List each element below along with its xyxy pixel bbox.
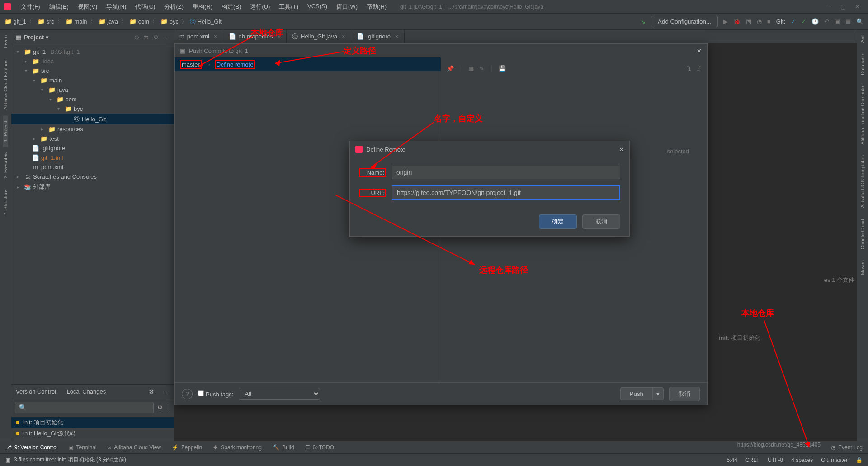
tree-item[interactable]: ▾📁byc — [11, 104, 174, 114]
bottom-tool-button[interactable]: ❖Spark monitoring — [213, 444, 262, 451]
vc-commit-item[interactable]: init: 项目初始化 — [11, 417, 174, 428]
avatar-icon[interactable]: ▣ — [835, 18, 840, 25]
name-input[interactable] — [392, 166, 620, 179]
rollback-icon[interactable]: ↶ — [824, 18, 829, 25]
gutter-tab[interactable]: Google Cloud — [860, 214, 865, 255]
menu-item[interactable]: 编辑(E) — [45, 1, 73, 13]
tree-item[interactable]: ▸🗂Scratches and Consoles — [11, 172, 174, 181]
bottom-tool-button[interactable]: ⚡Zeppelin — [172, 444, 202, 451]
push-tags-checkbox-label[interactable]: Push tags: — [198, 390, 233, 398]
breadcrumb-item[interactable]: 📁 byc — [160, 18, 179, 25]
tree-item[interactable]: ▾📁main — [11, 76, 174, 85]
tree-item[interactable]: ▾📁git_1D:\Git\git_1 — [11, 47, 174, 57]
breadcrumb-item[interactable]: 📁 git_1 — [5, 18, 26, 25]
menu-item[interactable]: 文件(F) — [16, 1, 45, 13]
ide-settings-icon[interactable]: ▤ — [845, 18, 851, 25]
bottom-tool-button[interactable]: 🔨Build — [273, 444, 294, 451]
maximize-icon[interactable]: ▢ — [840, 3, 846, 10]
breadcrumb-item[interactable]: 📁 com — [129, 18, 149, 25]
push-branch-row[interactable]: master → Define remote — [175, 57, 441, 71]
vc-tab-local-changes[interactable]: Local Changes — [67, 388, 106, 395]
menu-item[interactable]: 视图(V) — [73, 1, 102, 13]
menu-item[interactable]: 运行(U) — [245, 1, 274, 13]
tree-item[interactable]: ▸📁.idea — [11, 57, 174, 66]
gear-icon[interactable]: ⚙ — [153, 34, 159, 41]
push-tags-checkbox[interactable] — [198, 390, 204, 396]
breadcrumb-item[interactable]: Ⓒ Hello_Git — [190, 18, 222, 26]
tree-item[interactable]: 📄.gitignore — [11, 143, 174, 153]
gutter-tab[interactable]: 1: Project — [3, 115, 8, 147]
menu-item[interactable]: 导航(N) — [102, 1, 131, 13]
vc-gear-icon[interactable]: ⚙ — [149, 388, 154, 395]
gutter-tab[interactable]: Learn — [3, 30, 8, 53]
tree-item[interactable]: 📄git_1.iml — [11, 153, 174, 162]
status-item[interactable]: Git: master — [821, 457, 848, 463]
pin-icon[interactable]: 📌 — [447, 65, 454, 72]
push-close-icon[interactable]: ✕ — [697, 48, 702, 54]
vc-commit-item[interactable]: init: Hello_Git源代码 — [11, 428, 174, 439]
stop-icon[interactable]: ■ — [767, 18, 771, 25]
menu-item[interactable]: 分析(Z) — [160, 1, 188, 13]
gutter-tab[interactable]: Alibaba Cloud Explorer — [3, 53, 8, 115]
tree-item[interactable]: ▸📚外部库 — [11, 181, 174, 192]
bottom-tool-button[interactable]: ☰6: TODO — [305, 444, 335, 451]
menu-item[interactable]: 构建(B) — [217, 1, 245, 13]
tree-item[interactable]: ▾📁java — [11, 85, 174, 95]
close-icon[interactable]: ✕ — [855, 3, 860, 10]
push-cancel-button[interactable]: 取消 — [669, 387, 700, 401]
status-item[interactable]: 5:44 — [727, 457, 737, 463]
menu-item[interactable]: 窗口(W) — [332, 1, 362, 13]
bottom-tool-button[interactable]: ▣Terminal — [68, 444, 96, 451]
debug-icon[interactable]: 🐞 — [733, 18, 741, 25]
push-tags-select[interactable]: All — [239, 388, 320, 400]
menu-item[interactable]: 代码(C) — [131, 1, 160, 13]
vc-hide-icon[interactable]: — — [163, 388, 169, 395]
push-dropdown-button[interactable]: ▾ — [652, 387, 664, 400]
status-icon[interactable]: ▣ — [5, 457, 10, 463]
project-arrow-icon[interactable]: ▦ — [16, 34, 21, 41]
breadcrumb-item[interactable]: 📁 main — [66, 18, 87, 25]
breadcrumb-item[interactable]: 📁 java — [99, 18, 118, 25]
editor-tab[interactable]: ⒸHello_Git.java× — [287, 30, 351, 43]
collapse-all-icon[interactable]: ⇵ — [697, 65, 702, 72]
minimize-icon[interactable]: — — [826, 3, 831, 10]
menu-item[interactable]: 工具(T) — [274, 1, 303, 13]
git-update-icon[interactable]: ✓ — [791, 18, 796, 25]
tree-item[interactable]: ▾📁com — [11, 95, 174, 104]
history-icon[interactable]: 🕐 — [811, 18, 819, 25]
gutter-tab[interactable]: Alibaba Function Compute — [860, 81, 865, 150]
edit-icon[interactable]: ✎ — [479, 65, 484, 72]
gutter-tab[interactable]: Database — [860, 48, 865, 81]
hide-icon[interactable]: — — [163, 34, 169, 41]
tree-item[interactable]: mpom.xml — [11, 162, 174, 172]
menu-item[interactable]: 重构(R) — [188, 1, 217, 13]
hammer-icon[interactable]: ↘ — [641, 18, 646, 25]
expand-icon[interactable]: ⇅ — [686, 65, 691, 72]
menu-item[interactable]: VCS(S) — [303, 1, 332, 13]
gutter-tab[interactable]: 7: Structure — [3, 184, 8, 221]
run-config-button[interactable]: Add Configuration... — [651, 16, 718, 27]
gutter-tab[interactable]: Ant — [860, 30, 865, 48]
status-item[interactable]: 4 spaces — [791, 457, 813, 463]
dropdown-icon[interactable]: ▾ — [46, 34, 49, 41]
tree-item[interactable]: ▾📁src — [11, 66, 174, 76]
tree-item[interactable]: ▸📁test — [11, 134, 174, 143]
define-remote-link[interactable]: Define remote — [217, 61, 254, 68]
editor-tab[interactable]: 📄.gitignore× — [351, 30, 405, 43]
breadcrumb-item[interactable]: 📁 src — [38, 18, 54, 25]
status-item[interactable]: CRLF — [745, 457, 760, 463]
push-button[interactable]: Push — [620, 387, 652, 400]
editor-tab[interactable]: mpom.xml× — [174, 30, 223, 43]
save-icon[interactable]: 💾 — [499, 65, 506, 72]
collapse-icon[interactable]: ⇆ — [144, 34, 149, 41]
git-commit-icon[interactable]: ✓ — [801, 18, 806, 25]
ok-button[interactable]: 确定 — [539, 214, 577, 229]
grid-icon[interactable]: ▦ — [468, 65, 474, 72]
cancel-button[interactable]: 取消 — [582, 214, 620, 229]
bottom-tool-button[interactable]: ⎇9: Version Control — [5, 444, 57, 451]
run-icon[interactable]: ▶ — [723, 18, 728, 25]
profiler-icon[interactable]: ◔ — [757, 18, 762, 25]
define-close-icon[interactable]: ✕ — [619, 146, 624, 153]
status-item[interactable]: UTF-8 — [768, 457, 783, 463]
lock-icon[interactable]: 🔒 — [856, 457, 863, 463]
